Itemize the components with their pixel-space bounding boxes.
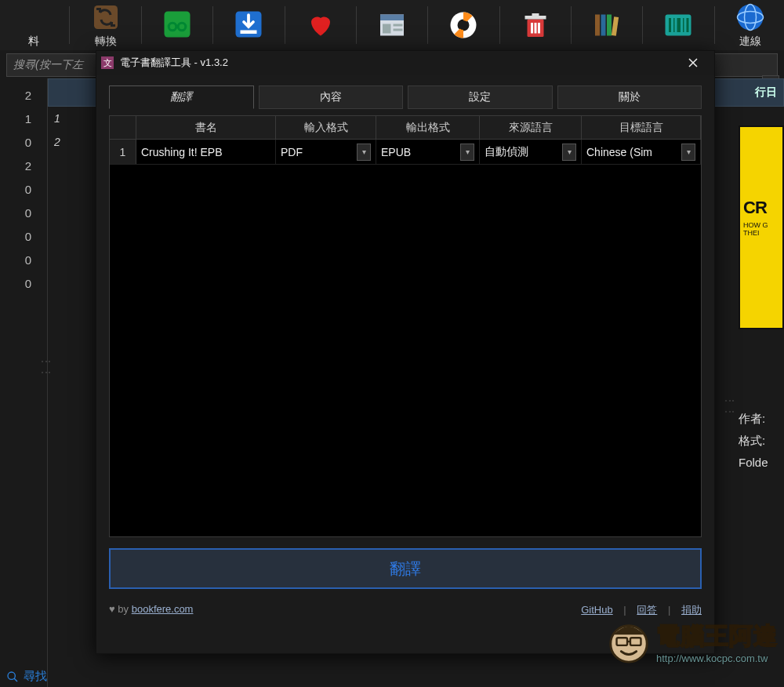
news-icon xyxy=(376,9,408,41)
col-output-format[interactable]: 輸出格式 xyxy=(376,116,480,139)
toolbar-news[interactable] xyxy=(363,9,421,41)
svg-rect-24 xyxy=(669,18,671,32)
book-cover-thumbnail[interactable]: CR HOW GTHEI xyxy=(739,125,784,329)
source-lang-select[interactable]: 自動偵測 ▾ xyxy=(480,140,582,164)
toolbar-heart[interactable] xyxy=(291,9,349,41)
footer-search-button[interactable]: 尋找 xyxy=(6,669,47,684)
svg-line-33 xyxy=(14,678,17,682)
col-book-name[interactable]: 書名 xyxy=(136,116,276,139)
svg-rect-21 xyxy=(607,15,612,36)
target-lang-select[interactable]: Chinese (Sim ▾ xyxy=(582,140,701,164)
svg-rect-7 xyxy=(380,15,404,21)
dialog-title: 電子書翻譯工具 - v1.3.2 xyxy=(120,56,677,70)
svg-rect-25 xyxy=(673,18,675,32)
svg-point-32 xyxy=(8,672,15,679)
svg-rect-10 xyxy=(393,29,402,31)
output-format-select[interactable]: EPUB ▾ xyxy=(376,140,480,164)
lifebuoy-icon xyxy=(448,9,479,41)
toolbar-connect[interactable]: 連線 xyxy=(720,2,779,49)
svg-rect-5 xyxy=(241,31,257,35)
dialog-footer: ♥ by bookfere.com GitHub | 回答 | 捐助 xyxy=(109,603,702,617)
col-target-lang[interactable]: 目標語言 xyxy=(582,116,701,139)
svg-rect-1 xyxy=(164,12,190,38)
svg-rect-28 xyxy=(687,18,689,32)
translate-panel: 書名 輸入格式 輸出格式 來源語言 目標語言 1 Crushing It! EP… xyxy=(109,115,702,537)
main-toolbar: 料 轉換 xyxy=(0,0,784,50)
refresh-icon xyxy=(90,2,122,33)
donate-link[interactable]: 捐助 xyxy=(681,604,702,616)
book-metadata: 作者: 格式: Folde xyxy=(737,408,784,474)
svg-rect-20 xyxy=(601,15,605,36)
input-format-select[interactable]: PDF ▾ xyxy=(276,140,376,164)
svg-rect-8 xyxy=(383,24,391,34)
svg-rect-27 xyxy=(683,18,684,32)
footer-credit: ♥ by bookfere.com xyxy=(109,603,193,617)
col-source-lang[interactable]: 來源語言 xyxy=(480,116,582,139)
svg-rect-9 xyxy=(393,24,402,27)
svg-point-29 xyxy=(737,5,763,31)
search-placeholder: 搜尋(按一下左 xyxy=(13,58,83,72)
translate-button[interactable]: 翻譯 xyxy=(109,548,702,589)
tab-content[interactable]: 內容 xyxy=(259,85,404,109)
tab-settings[interactable]: 設定 xyxy=(408,85,553,109)
svg-text:文: 文 xyxy=(103,58,112,67)
toolbar-remove[interactable] xyxy=(506,9,564,41)
chevron-down-icon: ▾ xyxy=(681,144,695,161)
feedback-link[interactable]: 回答 xyxy=(637,604,657,616)
app-icon: 文 xyxy=(101,56,114,69)
format-label: 格式: xyxy=(739,430,784,452)
toolbar-view[interactable] xyxy=(148,9,206,42)
github-link[interactable]: GitHub xyxy=(581,604,612,616)
svg-rect-15 xyxy=(532,13,539,17)
toolbar-library[interactable] xyxy=(578,9,636,41)
tab-translate[interactable]: 翻譯 xyxy=(109,85,254,109)
splitter-handle[interactable]: ⋮⋮ xyxy=(41,357,52,379)
toolbar-download[interactable] xyxy=(220,9,278,42)
svg-rect-16 xyxy=(531,23,533,34)
toolbar-help[interactable] xyxy=(434,9,492,41)
download-icon xyxy=(233,9,264,40)
cell-book-name[interactable]: Crushing It! EPB xyxy=(136,140,276,164)
translator-dialog: 文 電子書翻譯工具 - v1.3.2 翻譯 內容 設定 關於 書名 輸入格式 輸… xyxy=(96,50,715,654)
trash-icon xyxy=(520,9,551,41)
chevron-down-icon: ▾ xyxy=(357,144,371,161)
close-icon xyxy=(688,58,698,67)
tab-about[interactable]: 關於 xyxy=(557,85,702,109)
svg-rect-18 xyxy=(538,23,540,34)
svg-rect-17 xyxy=(534,23,536,34)
row-number: 1 xyxy=(110,140,136,164)
col-input-format[interactable]: 輸入格式 xyxy=(276,116,376,139)
folder-label: Folde xyxy=(739,452,784,474)
watermark-face-icon xyxy=(606,620,652,665)
barcode-icon xyxy=(662,9,694,41)
svg-rect-26 xyxy=(677,18,681,32)
author-label: 作者: xyxy=(739,408,784,430)
svg-rect-22 xyxy=(612,16,619,36)
table-row[interactable]: 1 Crushing It! EPB PDF ▾ EPUB ▾ 自動偵測 ▾ C… xyxy=(110,140,701,165)
chevron-down-icon: ▾ xyxy=(562,144,576,161)
heart-icon xyxy=(305,9,336,41)
toolbar-convert[interactable]: 轉換 xyxy=(76,2,134,49)
glasses-icon xyxy=(162,9,193,40)
watermark: 電腦王阿達 http://www.kocpc.com.tw xyxy=(606,620,778,665)
dialog-tabs: 翻譯 內容 設定 關於 xyxy=(109,85,702,109)
splitter-handle[interactable]: ⋮⋮ xyxy=(724,396,735,418)
toolbar-item[interactable]: 料 xyxy=(5,2,63,49)
svg-rect-19 xyxy=(595,15,600,36)
close-button[interactable] xyxy=(677,51,710,75)
chevron-down-icon: ▾ xyxy=(460,144,474,161)
books-icon xyxy=(591,9,622,41)
category-count-column: 2 1 0 2 0 0 0 0 0 xyxy=(0,78,47,687)
dialog-titlebar[interactable]: 文 電子書翻譯工具 - v1.3.2 xyxy=(96,51,714,75)
bookfere-link[interactable]: bookfere.com xyxy=(132,603,194,615)
grid-header: 書名 輸入格式 輸出格式 來源語言 目標語言 xyxy=(110,116,701,140)
toolbar-barcode[interactable] xyxy=(649,9,707,41)
globe-icon xyxy=(735,2,766,33)
search-icon xyxy=(6,671,19,683)
